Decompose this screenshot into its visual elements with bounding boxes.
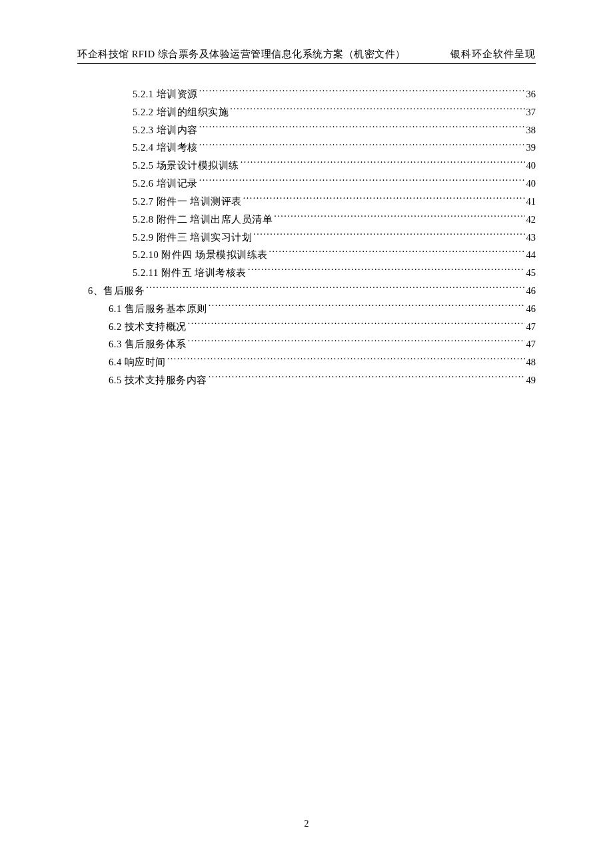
toc-label: 5.2.1 培训资源	[133, 85, 198, 103]
toc-leader-dots	[199, 88, 525, 98]
toc-entry: 5.2.5 场景设计模拟训练40	[77, 157, 536, 175]
toc-entry: 5.2.2 培训的组织实施37	[77, 103, 536, 121]
page-number: 2	[0, 819, 613, 829]
header-title-left: 环企科技馆 RFID 综合票务及体验运营管理信息化系统方案（机密文件）	[77, 48, 406, 61]
header-title-right: 银科环企软件呈现	[450, 48, 536, 61]
toc-leader-dots	[209, 302, 525, 312]
toc-page-number: 46	[526, 300, 536, 318]
toc-page-number: 46	[526, 282, 536, 300]
toc-entry: 6.1 售后服务基本原则46	[77, 300, 536, 318]
toc-label: 6.5 技术支持服务内容	[109, 371, 207, 389]
toc-leader-dots	[188, 320, 525, 330]
toc-label: 5.2.3 培训内容	[133, 121, 198, 139]
toc-label: 5.2.5 场景设计模拟训练	[133, 157, 239, 175]
toc-leader-dots	[248, 267, 525, 277]
toc-label: 5.2.2 培训的组织实施	[133, 103, 229, 121]
toc-entry: 5.2.6 培训记录40	[77, 175, 536, 193]
toc-leader-dots	[209, 374, 525, 384]
toc-leader-dots	[243, 195, 525, 205]
page-header: 环企科技馆 RFID 综合票务及体验运营管理信息化系统方案（机密文件） 银科环企…	[77, 48, 536, 64]
toc-page-number: 41	[526, 193, 536, 211]
toc-page-number: 44	[526, 246, 536, 264]
toc-leader-dots	[167, 356, 525, 366]
toc-label: 5.2.4 培训考核	[133, 139, 198, 157]
toc-label: 5.2.6 培训记录	[133, 175, 198, 193]
toc-label: 5.2.8 附件二 培训出席人员清单	[133, 211, 273, 229]
toc-page-number: 47	[526, 318, 536, 336]
toc-page-number: 37	[526, 103, 536, 121]
toc-entry: 5.2.7 附件一 培训测评表41	[77, 193, 536, 211]
toc-page-number: 45	[526, 264, 536, 282]
toc-entry: 6.4 响应时间48	[77, 353, 536, 371]
toc-label: 6、售后服务	[88, 282, 145, 300]
toc-entry: 6.5 技术支持服务内容49	[77, 371, 536, 389]
toc-leader-dots	[146, 284, 524, 294]
toc-label: 5.2.7 附件一 培训测评表	[133, 193, 242, 211]
toc-label: 5.2.11 附件五 培训考核表	[133, 264, 247, 282]
toc-page-number: 39	[526, 139, 536, 157]
toc-leader-dots	[241, 159, 525, 169]
toc-label: 6.2 技术支持概况	[109, 318, 187, 336]
toc-page-number: 36	[526, 85, 536, 103]
toc-entry: 5.2.11 附件五 培训考核表45	[77, 264, 536, 282]
toc-label: 6.4 响应时间	[109, 353, 166, 371]
toc-entry: 5.2.8 附件二 培训出席人员清单42	[77, 211, 536, 229]
toc-leader-dots	[199, 177, 525, 187]
toc-entry: 5.2.10 附件四 场景模拟训练表44	[77, 246, 536, 264]
toc-label: 6.3 售后服务体系	[109, 335, 187, 353]
toc-label: 5.2.9 附件三 培训实习计划	[133, 229, 252, 247]
toc-entry: 5.2.3 培训内容38	[77, 121, 536, 139]
toc-entry: 6、售后服务46	[77, 282, 536, 300]
toc-label: 5.2.10 附件四 场景模拟训练表	[133, 246, 268, 264]
toc-leader-dots	[274, 213, 524, 223]
toc-label: 6.1 售后服务基本原则	[109, 300, 207, 318]
toc-page-number: 42	[526, 211, 536, 229]
toc-page-number: 47	[526, 335, 536, 353]
toc-page-number: 38	[526, 121, 536, 139]
toc-leader-dots	[230, 105, 524, 115]
toc-leader-dots	[253, 231, 524, 241]
toc-entry: 5.2.9 附件三 培训实习计划43	[77, 229, 536, 247]
toc-page-number: 40	[526, 157, 536, 175]
toc-entry: 5.2.4 培训考核39	[77, 139, 536, 157]
toc-page-number: 40	[526, 175, 536, 193]
table-of-contents: 5.2.1 培训资源36 5.2.2 培训的组织实施37 5.2.3 培训内容3…	[77, 85, 536, 389]
toc-entry: 6.3 售后服务体系47	[77, 335, 536, 353]
toc-leader-dots	[199, 123, 525, 133]
toc-page-number: 43	[526, 229, 536, 247]
toc-leader-dots	[188, 338, 525, 348]
toc-entry: 6.2 技术支持概况47	[77, 318, 536, 336]
document-page: 环企科技馆 RFID 综合票务及体验运营管理信息化系统方案（机密文件） 银科环企…	[0, 0, 613, 389]
toc-page-number: 48	[526, 353, 536, 371]
toc-leader-dots	[269, 249, 525, 259]
toc-leader-dots	[199, 141, 525, 151]
toc-page-number: 49	[526, 371, 536, 389]
toc-entry: 5.2.1 培训资源36	[77, 85, 536, 103]
